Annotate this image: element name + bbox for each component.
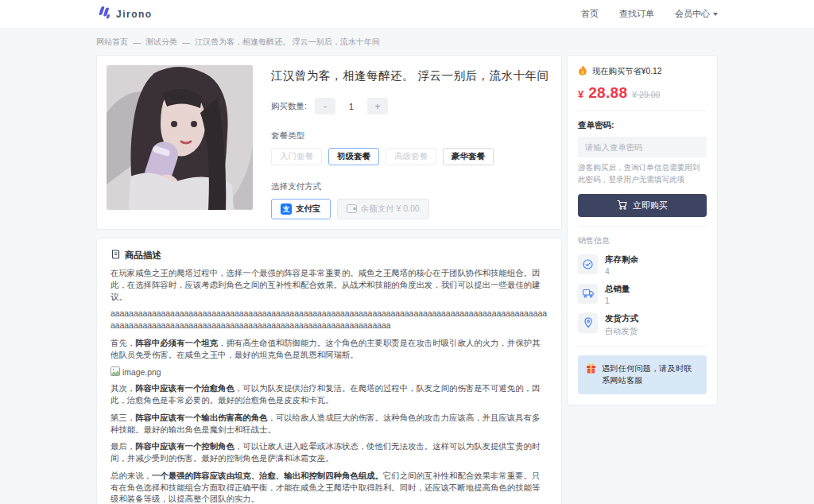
alipay-icon: 支 xyxy=(281,204,292,215)
divider xyxy=(578,110,707,111)
package-type-label: 套餐类型 xyxy=(271,130,552,142)
package-option-advanced[interactable]: 高级套餐 xyxy=(386,148,436,165)
payment-option-balance-label: 余额支付 ¥ 0.00 xyxy=(361,204,420,215)
package-option-basic[interactable]: 初级套餐 xyxy=(328,148,379,165)
description-body: 在玩家咸鱼之王的爬塔过程中，选择一个最强的阵容是非常重要的。咸鱼之王爬塔的核心在… xyxy=(110,268,548,504)
price-currency: ¥ xyxy=(578,88,583,100)
truck-icon xyxy=(578,284,598,304)
sales-item-title: 库存剩余 xyxy=(605,254,638,266)
description-icon xyxy=(110,248,120,262)
cart-icon xyxy=(617,200,627,211)
sales-item-value: 1 xyxy=(605,297,630,305)
contact-support-notice: 遇到任何问题，请及时联系网站客服 xyxy=(578,355,707,394)
payment-methods: 支 支付宝 余额支付 ¥ 0.00 xyxy=(271,199,552,219)
sales-item-delivery: 发货方式 自动发货 xyxy=(578,313,707,337)
buy-now-label: 立即购买 xyxy=(633,200,668,211)
quantity-stepper: - 1 + xyxy=(315,98,388,114)
contact-support-text: 遇到任何问题，请及时联系网站客服 xyxy=(602,362,699,387)
payment-option-alipay-label: 支付宝 xyxy=(296,204,321,215)
description-header: 商品描述 xyxy=(125,250,161,262)
description-paragraph: 第三，阵容中应该有一个输出伤害高的角色，可以给敌人造成巨大的伤害。这种角色的攻击… xyxy=(110,413,548,436)
buy-now-button[interactable]: 立即购买 xyxy=(578,194,707,217)
top-navbar: Jirono 首页 查找订单 会员中心 xyxy=(0,0,814,29)
nav-item-find-order[interactable]: 查找订单 xyxy=(619,8,654,20)
quantity-label: 购买数量: xyxy=(271,101,307,112)
location-pin-icon xyxy=(578,313,598,333)
description-paragraph: 其次，阵容中应该有一个治愈角色，可以为队友提供治疗和复活。在爬塔的过程中，队友之… xyxy=(110,383,548,407)
broken-image-label: image.png xyxy=(122,368,161,377)
nav-item-member-center[interactable]: 会员中心 xyxy=(675,8,718,20)
sales-info-header: 销售信息 xyxy=(578,235,707,246)
breadcrumb-category[interactable]: 测试分类 xyxy=(145,37,177,48)
sales-item-value: 4 xyxy=(605,267,638,276)
sales-item-total-sold: 总销量 1 xyxy=(578,284,707,305)
query-password-helper: 游客购买后，查询订单信息需要用到此密码，登录用户无需填写此项 xyxy=(578,162,707,186)
divider xyxy=(578,346,707,347)
product-title: 江汉曾为客，相逢每醉还。 浮云一别后，流水十年间 xyxy=(271,68,552,83)
brand-logo-icon xyxy=(96,6,110,22)
price-amount: 28.88 xyxy=(588,84,627,102)
description-paragraph: 在玩家咸鱼之王的爬塔过程中，选择一个最强的阵容是非常重要的。咸鱼之王爬塔的核心在… xyxy=(110,268,548,303)
quantity-value: 1 xyxy=(335,98,367,114)
description-paragraph: aaaaaaaaaaaaaaaaaaaaaaaaaaaaaaaaaaaaaaaa… xyxy=(110,308,548,332)
payment-option-balance[interactable]: 余额支付 ¥ 0.00 xyxy=(337,199,429,219)
breadcrumb-home[interactable]: 网站首页 xyxy=(96,37,128,48)
quantity-decrease-button[interactable]: - xyxy=(315,98,335,114)
sales-item-title: 发货方式 xyxy=(605,313,638,324)
price-original: ¥ 29.00 xyxy=(632,90,660,99)
sales-item-stock: 库存剩余 4 xyxy=(578,254,707,276)
savings-text: 现在购买节省¥0.12 xyxy=(592,66,662,77)
payment-option-alipay[interactable]: 支 支付宝 xyxy=(271,199,331,219)
package-option-deluxe[interactable]: 豪华套餐 xyxy=(443,148,494,165)
description-paragraph: 最后，阵容中应该有一个控制角色，可以让敌人进入眩晕或冰冻状态，使他们无法攻击。这… xyxy=(110,441,548,465)
chevron-down-icon xyxy=(713,13,718,16)
description-paragraph: 总的来说，一个最强的阵容应该由坦克、治愈、输出和控制四种角色组成。它们之间的互补… xyxy=(110,471,548,504)
payment-method-label: 选择支付方式 xyxy=(271,181,552,192)
gift-icon xyxy=(586,362,596,377)
product-description-card: 商品描述 在玩家咸鱼之王的爬塔过程中，选择一个最强的阵容是非常重要的。咸鱼之王爬… xyxy=(96,238,562,504)
broken-image-icon xyxy=(110,366,120,378)
package-options: 入门套餐 初级套餐 高级套餐 豪华套餐 xyxy=(271,148,552,165)
brand-name: Jirono xyxy=(116,9,153,20)
product-image xyxy=(107,65,253,210)
broken-image-placeholder: image.png xyxy=(110,366,548,378)
breadcrumb-current: 江汉曾为客，相逢每醉还。 浮云一别后，流水十年间 xyxy=(195,37,380,48)
quantity-increase-button[interactable]: + xyxy=(367,98,388,114)
breadcrumb-separator: — xyxy=(182,38,190,47)
sales-item-value: 自动发货 xyxy=(605,326,638,337)
nav-links: 首页 查找订单 会员中心 xyxy=(581,8,718,20)
package-option-entry[interactable]: 入门套餐 xyxy=(271,148,322,165)
query-password-input[interactable] xyxy=(578,137,707,157)
nav-item-home[interactable]: 首页 xyxy=(581,8,599,20)
sales-item-title: 总销量 xyxy=(605,284,630,295)
fire-icon xyxy=(578,65,587,77)
brand-logo[interactable]: Jirono xyxy=(96,6,153,22)
check-circle-icon xyxy=(578,254,598,274)
query-password-label: 查单密码: xyxy=(578,120,707,131)
wallet-icon xyxy=(347,204,357,215)
nav-item-member-center-label: 会员中心 xyxy=(675,8,710,20)
breadcrumb: 网站首页 — 测试分类 — 江汉曾为客，相逢每醉还。 浮云一别后，流水十年间 xyxy=(96,37,718,48)
purchase-sidebar: 现在购买节省¥0.12 ¥ 28.88 ¥ 29.00 查单密码: 游客购买后，… xyxy=(567,55,718,405)
breadcrumb-separator: — xyxy=(133,38,141,47)
product-card: 江汉曾为客，相逢每醉还。 浮云一别后，流水十年间 购买数量: - 1 + 套餐类… xyxy=(96,55,562,230)
divider xyxy=(578,226,707,227)
description-paragraph: 首先，阵容中必须有一个坦克，拥有高生命值和防御能力。这个角色的主要职责是在攻击时… xyxy=(110,338,548,362)
